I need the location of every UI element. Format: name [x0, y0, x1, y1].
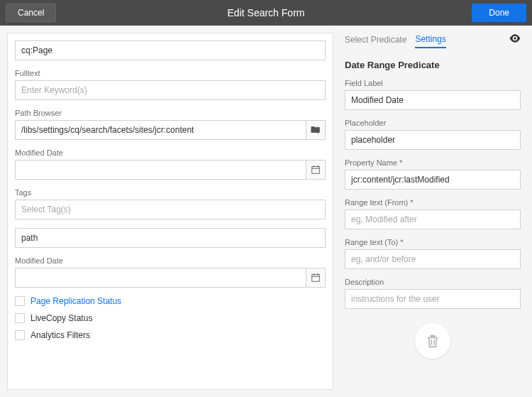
range-from-input[interactable] [345, 210, 521, 229]
livecopy-row[interactable]: LiveCopy Status [15, 313, 326, 323]
svg-point-9 [514, 37, 516, 39]
calendar-icon [311, 165, 321, 175]
pathbrowser-field: Path Browser [15, 109, 326, 140]
svg-rect-5 [312, 275, 320, 282]
livecopy-checkbox[interactable] [15, 313, 25, 323]
header: Cancel Edit Search Form Done [0, 0, 532, 26]
cqpage-field [15, 40, 326, 60]
description-group: Description [345, 278, 521, 309]
modified-date-label-2: Modified Date [15, 256, 326, 265]
placeholder-label: Placeholder [345, 119, 521, 127]
tab-select-predicate[interactable]: Select Predicate [345, 35, 406, 48]
tabs: Select Predicate Settings [345, 34, 521, 48]
browse-icon[interactable] [306, 120, 326, 140]
range-to-input[interactable] [345, 249, 521, 269]
field-label-group: Field Label [345, 79, 521, 110]
tab-settings[interactable]: Settings [415, 34, 445, 48]
livecopy-label: LiveCopy Status [31, 313, 92, 323]
svg-rect-1 [312, 167, 320, 174]
placeholder-input[interactable] [345, 130, 521, 150]
settings-panel: Select Predicate Settings Date Range Pre… [333, 26, 532, 397]
analytics-row[interactable]: Analytics Filters [15, 330, 326, 340]
folder-search-icon [311, 125, 321, 135]
pathbrowser-input[interactable] [15, 120, 306, 140]
description-input[interactable] [345, 289, 521, 309]
path-field [15, 228, 326, 248]
range-to-group: Range text (To) * [345, 238, 521, 269]
page-title: Edit Search Form [228, 7, 305, 18]
range-to-label: Range text (To) * [345, 238, 521, 246]
modified-date-input-2[interactable] [15, 268, 306, 288]
range-from-label: Range text (From) * [345, 198, 521, 207]
description-label: Description [345, 278, 521, 286]
calendar-button-1[interactable] [306, 160, 326, 180]
modified-date-field-2: Modified Date [15, 256, 326, 288]
range-from-group: Range text (From) * [345, 198, 521, 229]
modified-date-field-1: Modified Date [15, 148, 326, 180]
preview-toggle[interactable] [508, 31, 522, 48]
analytics-checkbox[interactable] [15, 330, 25, 340]
fulltext-label: Fulltext [15, 69, 326, 77]
calendar-button-2[interactable] [306, 268, 326, 288]
tags-input[interactable] [15, 200, 326, 219]
trash-icon [425, 333, 440, 349]
placeholder-group: Placeholder [345, 119, 521, 150]
fulltext-field: Fulltext [15, 69, 326, 100]
cqpage-input[interactable] [15, 40, 326, 60]
field-label-label: Field Label [345, 79, 521, 87]
content: Fulltext Path Browser Modified Date Ta [0, 26, 532, 397]
fulltext-input[interactable] [15, 80, 326, 100]
field-label-input[interactable] [345, 90, 521, 110]
analytics-label: Analytics Filters [31, 330, 90, 340]
done-button[interactable]: Done [472, 4, 526, 22]
path-input[interactable] [15, 228, 326, 248]
modified-date-input-1[interactable] [15, 160, 306, 180]
modified-date-label-1: Modified Date [15, 148, 326, 157]
settings-title: Date Range Predicate [345, 60, 521, 70]
eye-icon [508, 31, 522, 45]
property-name-label: Property Name * [345, 158, 521, 167]
property-name-group: Property Name * [345, 158, 521, 190]
delete-button[interactable] [415, 323, 450, 359]
page-replication-row[interactable]: Page Replication Status [15, 296, 326, 306]
property-name-input[interactable] [345, 170, 521, 190]
pathbrowser-label: Path Browser [15, 109, 326, 117]
page-replication-label: Page Replication Status [31, 296, 121, 306]
tags-label: Tags [15, 188, 326, 197]
calendar-icon [311, 273, 321, 283]
form-preview-panel: Fulltext Path Browser Modified Date Ta [7, 33, 333, 390]
cancel-button[interactable]: Cancel [6, 4, 56, 22]
page-replication-checkbox[interactable] [15, 296, 25, 306]
tags-field: Tags [15, 188, 326, 219]
